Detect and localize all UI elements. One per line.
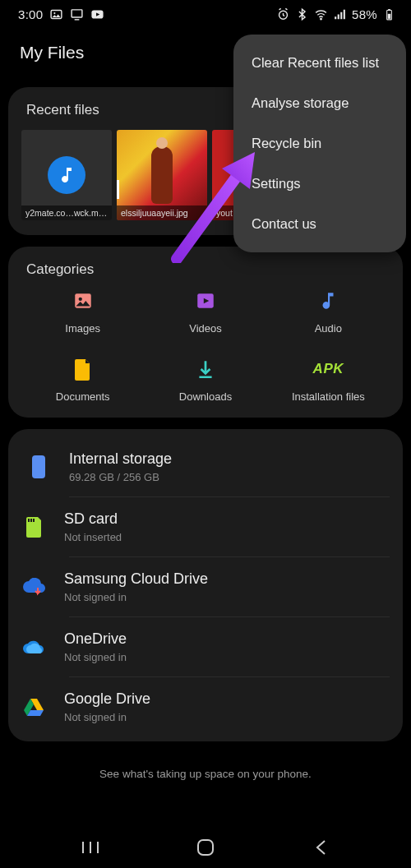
- documents-icon: [72, 358, 95, 381]
- category-label: Videos: [189, 322, 222, 335]
- menu-item-recycle-bin[interactable]: Recycle bin: [233, 123, 406, 164]
- samsung-cloud-icon: [21, 575, 46, 599]
- menu-item-contact-us[interactable]: Contact us: [233, 204, 406, 244]
- videos-icon: [194, 289, 217, 312]
- storage-sub: 69.28 GB / 256 GB: [69, 471, 172, 483]
- alarm-status-icon: [276, 7, 290, 21]
- category-label: Documents: [56, 390, 110, 403]
- svg-rect-14: [30, 519, 32, 522]
- storage-sub: Not inserted: [64, 531, 122, 543]
- sd-icon: [21, 515, 46, 539]
- storage-gdrive[interactable]: Google Drive Not signed in: [69, 676, 390, 736]
- storage-name: Google Drive: [64, 690, 150, 708]
- categories-card: Categories Images Videos Audio: [8, 247, 403, 418]
- svg-point-10: [78, 298, 81, 301]
- category-documents[interactable]: Documents: [21, 358, 144, 403]
- onedrive-icon: [21, 635, 46, 659]
- storage-samsung-cloud[interactable]: Samsung Cloud Drive Not signed in: [69, 556, 390, 616]
- svg-rect-2: [72, 9, 83, 16]
- overflow-menu: Clear Recent files list Analyse storage …: [233, 35, 406, 252]
- music-note-icon: [57, 165, 76, 185]
- navigation-bar: [0, 827, 411, 868]
- storage-onedrive[interactable]: OneDrive Not signed in: [69, 616, 390, 676]
- status-bar: 3:00 58%: [0, 0, 411, 28]
- storage-internal[interactable]: Internal storage 69.28 GB / 256 GB: [21, 437, 390, 496]
- category-label: Audio: [315, 322, 342, 335]
- category-downloads[interactable]: Downloads: [144, 358, 266, 403]
- recent-file-audio[interactable]: y2mate.co…wck.mp3: [21, 130, 112, 220]
- svg-rect-12: [32, 455, 45, 478]
- signal-status-icon: [333, 7, 347, 21]
- audio-icon: [316, 289, 339, 312]
- footer-hint[interactable]: See what's taking up space on your phone…: [0, 753, 411, 788]
- storage-sub: Not signed in: [64, 591, 208, 603]
- recent-file-caption: y2mate.co…wck.mp3: [21, 205, 112, 220]
- cast-status-icon: [70, 7, 84, 21]
- svg-rect-13: [28, 519, 30, 522]
- storage-card: Internal storage 69.28 GB / 256 GB SD ca…: [8, 429, 403, 741]
- thumbnail-badge: W84: [117, 180, 119, 199]
- recent-file-image[interactable]: W84 elssiljuuaayeii.jpg: [117, 130, 207, 220]
- storage-sd[interactable]: SD card Not inserted: [69, 496, 390, 556]
- images-icon: [72, 289, 95, 312]
- picture-status-icon: [49, 7, 63, 21]
- svg-rect-15: [33, 519, 35, 522]
- nav-back-button[interactable]: [296, 835, 345, 860]
- menu-item-analyse-storage[interactable]: Analyse storage: [233, 83, 406, 123]
- status-time: 3:00: [18, 7, 43, 21]
- nav-recent-button[interactable]: [66, 835, 115, 860]
- storage-sub: Not signed in: [64, 651, 127, 663]
- svg-rect-7: [388, 9, 390, 10]
- category-label: Images: [65, 322, 100, 335]
- category-videos[interactable]: Videos: [144, 289, 266, 335]
- category-label: Downloads: [179, 390, 232, 403]
- recent-file-caption: elssiljuuaayeii.jpg: [117, 205, 207, 220]
- storage-name: Samsung Cloud Drive: [64, 570, 208, 588]
- youtube-status-icon: [90, 7, 104, 21]
- storage-name: OneDrive: [64, 630, 127, 648]
- svg-rect-8: [388, 13, 391, 18]
- storage-name: Internal storage: [69, 450, 172, 468]
- wifi-status-icon: [314, 7, 328, 21]
- category-installation-files[interactable]: APK Installation files: [267, 358, 390, 403]
- menu-item-clear-recent[interactable]: Clear Recent files list: [233, 43, 406, 83]
- svg-point-1: [54, 12, 56, 14]
- battery-status-icon: [382, 7, 396, 21]
- storage-sub: Not signed in: [64, 711, 150, 723]
- storage-name: SD card: [64, 510, 122, 528]
- bluetooth-status-icon: [295, 7, 309, 21]
- apk-icon: APK: [316, 358, 339, 381]
- nav-home-button[interactable]: [181, 835, 230, 860]
- svg-point-5: [321, 18, 321, 19]
- categories-heading: Categories: [21, 261, 390, 278]
- battery-percent: 58%: [352, 7, 377, 21]
- svg-rect-16: [198, 840, 213, 855]
- menu-item-settings[interactable]: Settings: [233, 164, 406, 204]
- phone-icon: [26, 455, 51, 479]
- gdrive-icon: [21, 695, 46, 719]
- category-label: Installation files: [292, 390, 365, 403]
- downloads-icon: [194, 358, 217, 381]
- category-audio[interactable]: Audio: [267, 289, 390, 335]
- category-images[interactable]: Images: [21, 289, 144, 335]
